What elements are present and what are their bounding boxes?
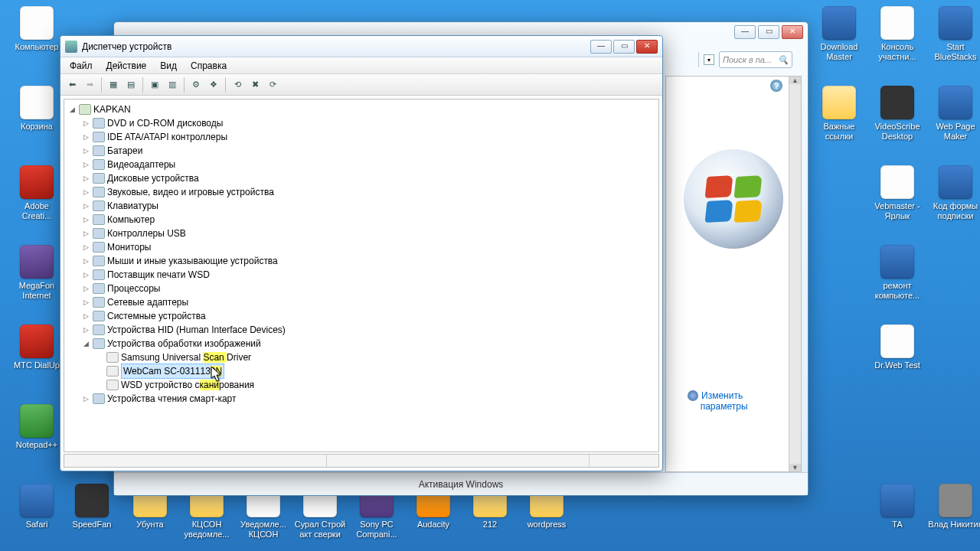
expand-toggle[interactable]: ▷ xyxy=(81,268,90,282)
tree-category-imaging[interactable]: ◢Устройства обработки изображений xyxy=(67,337,655,350)
view-dropdown[interactable]: ▾ xyxy=(704,54,714,65)
desktop-icon[interactable]: Adobe Creati... xyxy=(9,165,64,220)
tb-btn-7[interactable]: ⟲ xyxy=(229,77,246,93)
tb-btn-2[interactable]: ▤ xyxy=(122,77,139,93)
tree-category[interactable]: ▷Компьютер xyxy=(67,213,655,227)
expand-toggle[interactable]: ▷ xyxy=(81,392,90,406)
device-icon xyxy=(93,201,105,211)
expand-toggle[interactable]: ▷ xyxy=(81,185,90,199)
tree-category[interactable]: ▷Мыши и иные указывающие устройства xyxy=(67,254,655,268)
menu-item[interactable]: Справка xyxy=(185,59,233,73)
expand-toggle[interactable]: ▷ xyxy=(81,282,90,295)
scrollbar[interactable] xyxy=(789,77,801,471)
tree-category[interactable]: ▷Видеоадаптеры xyxy=(67,158,655,171)
expand-toggle[interactable]: ▷ xyxy=(81,130,90,144)
tree-category[interactable]: ▷Устройства HID (Human Interface Devices… xyxy=(67,323,655,337)
desktop-icon[interactable]: Download Master xyxy=(812,6,867,61)
expand-toggle[interactable]: ▷ xyxy=(81,323,90,337)
desktop-icon[interactable]: Влад Никитин xyxy=(928,484,980,530)
tree-category[interactable]: ▷Батареи xyxy=(67,144,655,158)
computer-icon xyxy=(79,104,91,115)
menu-item[interactable]: Вид xyxy=(154,59,183,73)
expand-toggle[interactable]: ▷ xyxy=(81,144,90,158)
tree-device[interactable]: WebCam SC-0311139N xyxy=(67,364,655,378)
tree-label: Устройства чтения смарт-карт xyxy=(107,392,236,406)
minimize-button[interactable]: — xyxy=(590,40,612,54)
preview-pane: ? Изменить параметры xyxy=(665,76,802,472)
desktop-icon[interactable]: Dr.Web Test xyxy=(870,324,925,370)
tree-category[interactable]: ▷DVD и CD-ROM дисководы xyxy=(67,116,655,130)
menu-item[interactable]: Файл xyxy=(64,59,99,73)
titlebar[interactable]: Диспетчер устройств — ▭ ✕ xyxy=(60,36,662,57)
tree-label: Процессоры xyxy=(107,282,161,295)
minimize-button[interactable]: — xyxy=(734,25,756,39)
expand-toggle[interactable]: ▷ xyxy=(81,158,90,171)
close-button[interactable]: ✕ xyxy=(636,40,658,54)
tree-category[interactable]: ▷Звуковые, видео и игровые устройства xyxy=(67,185,655,199)
tree-category[interactable]: ▷Поставщик печати WSD xyxy=(67,268,655,282)
tb-btn-6[interactable]: ❖ xyxy=(205,77,222,93)
window-title: Диспетчер устройств xyxy=(82,41,172,52)
windows-logo xyxy=(684,149,783,249)
tree-category[interactable]: ▷Устройства чтения смарт-карт xyxy=(67,392,655,406)
desktop-icon[interactable]: Консоль участни... xyxy=(870,6,925,61)
tree-device[interactable]: WSD устройство сканирования xyxy=(67,378,655,392)
tree-root[interactable]: ◢KAPKAN xyxy=(67,103,655,116)
expand-toggle[interactable]: ▷ xyxy=(81,254,90,268)
desktop-icon[interactable]: VideoScribe Desktop xyxy=(870,86,925,141)
tree-category[interactable]: ▷Сетевые адаптеры xyxy=(67,295,655,309)
tree-category[interactable]: ▷Контроллеры USB xyxy=(67,227,655,240)
menu-item[interactable]: Действие xyxy=(100,59,153,73)
desktop-icon[interactable]: Notepad++ xyxy=(9,404,64,450)
forward-button[interactable]: ➡ xyxy=(81,77,98,93)
device-manager-window: Диспетчер устройств — ▭ ✕ ФайлДействиеВи… xyxy=(60,35,663,471)
device-tree[interactable]: ◢KAPKAN▷DVD и CD-ROM дисководы▷IDE ATA/A… xyxy=(64,99,659,452)
desktop-icon[interactable]: Safari xyxy=(9,484,64,530)
maximize-button[interactable]: ▭ xyxy=(758,25,779,39)
tree-category[interactable]: ▷Процессоры xyxy=(67,282,655,295)
desktop-icon[interactable]: SpeedFan xyxy=(64,484,119,530)
tree-category[interactable]: ▷Дисковые устройства xyxy=(67,171,655,185)
desktop-icon[interactable]: Код формы подписки xyxy=(928,165,980,220)
tree-category[interactable]: ▷Системные устройства xyxy=(67,309,655,323)
expand-toggle[interactable]: ▷ xyxy=(81,309,90,323)
explorer-footer: Активация Windows xyxy=(114,472,808,495)
tree-device[interactable]: Samsung Universal Scan Driver xyxy=(67,350,655,364)
expand-toggle[interactable]: ▷ xyxy=(81,227,90,240)
desktop-icon[interactable]: Start BlueStacks xyxy=(928,6,980,61)
tb-btn-4[interactable]: ▥ xyxy=(164,77,181,93)
search-input[interactable]: Поиск в па... 🔍 xyxy=(719,51,792,68)
expand-toggle[interactable]: ◢ xyxy=(67,103,77,116)
tb-btn-3[interactable]: ▣ xyxy=(146,77,163,93)
tree-category[interactable]: ▷Клавиатуры xyxy=(67,199,655,213)
desktop-icon[interactable]: Компьютер xyxy=(9,6,64,52)
expand-toggle[interactable]: ▷ xyxy=(81,199,90,213)
tb-btn-5[interactable]: ⚙ xyxy=(188,77,204,93)
device-icon xyxy=(93,338,105,349)
desktop-icon[interactable]: ремонт компьюте... xyxy=(870,245,925,300)
desktop-icon[interactable]: Важные ссылки xyxy=(812,86,867,141)
expand-toggle[interactable]: ▷ xyxy=(81,171,90,185)
change-settings-link[interactable]: Изменить параметры xyxy=(688,390,748,412)
maximize-button[interactable]: ▭ xyxy=(613,40,635,54)
tb-btn-8[interactable]: ✖ xyxy=(247,77,263,93)
desktop-icon[interactable]: MegaFon Internet xyxy=(9,245,64,300)
desktop-icon[interactable]: Корзина xyxy=(9,86,64,132)
close-button[interactable]: ✕ xyxy=(782,25,803,39)
desktop-icon[interactable]: Web Page Maker xyxy=(928,86,980,141)
desktop-icon[interactable]: Vebmaster - Ярлык xyxy=(870,165,925,220)
tb-btn-1[interactable]: ▦ xyxy=(105,77,122,93)
desktop-icon[interactable]: ТА xyxy=(870,484,925,530)
expand-toggle[interactable]: ▷ xyxy=(81,295,90,309)
help-icon[interactable]: ? xyxy=(770,80,782,92)
camera-icon xyxy=(106,352,119,363)
expand-toggle[interactable]: ▷ xyxy=(81,116,90,130)
tb-btn-9[interactable]: ⟳ xyxy=(264,77,281,93)
tree-category[interactable]: ▷Мониторы xyxy=(67,240,655,254)
expand-toggle[interactable]: ◢ xyxy=(81,337,90,350)
desktop-icon[interactable]: МТС DialUp xyxy=(9,324,64,370)
tree-category[interactable]: ▷IDE ATA/ATAPI контроллеры xyxy=(67,130,655,144)
back-button[interactable]: ⬅ xyxy=(64,77,80,93)
expand-toggle[interactable]: ▷ xyxy=(81,240,90,254)
expand-toggle[interactable]: ▷ xyxy=(81,213,90,227)
